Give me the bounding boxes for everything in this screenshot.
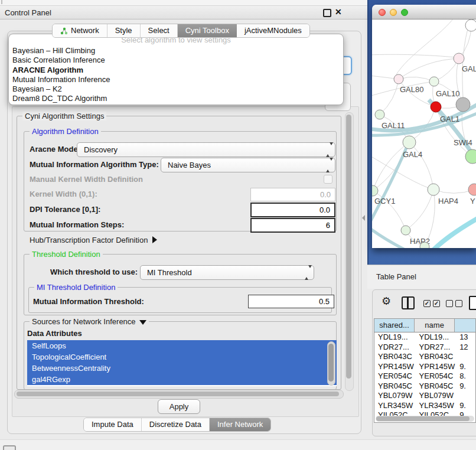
attribute-item[interactable]: BetweennessCentrality <box>27 363 337 374</box>
table-cell[interactable]: 9. <box>457 381 475 392</box>
settings-horizontal-scrollbar-thumb[interactable] <box>17 392 339 396</box>
table-cell[interactable]: YLR345W <box>374 401 416 411</box>
minimize-window-icon[interactable] <box>390 9 397 16</box>
table-column-header[interactable]: name <box>415 319 455 332</box>
network-node[interactable] <box>465 19 476 31</box>
table-cell[interactable]: YBL079W <box>416 391 457 401</box>
table-cell[interactable]: YDR27... <box>374 343 416 353</box>
network-node[interactable] <box>401 226 410 235</box>
table-cell[interactable] <box>457 391 475 401</box>
table-row[interactable]: YDR27...YDR27...12 <box>374 343 475 353</box>
network-canvas[interactable]: GALGAL80GAL10GAL1GAL11SWI4GAL4GCY1HAP4YH… <box>372 19 476 248</box>
table-cell[interactable]: 13 <box>457 332 475 343</box>
dpi-tolerance-field[interactable]: 0.0 <box>250 203 335 217</box>
data-attributes-list[interactable]: SelfLoopsTopologicalCoefficientBetweenne… <box>27 340 337 386</box>
algorithm-option[interactable]: Bayesian – K2 <box>9 84 343 94</box>
sources-title-row[interactable]: Sources for Network Inference <box>30 317 149 326</box>
tab-style[interactable]: Style <box>107 24 141 37</box>
table-cell[interactable]: YBL079W <box>374 391 416 401</box>
table-horizontal-scrollbar[interactable] <box>376 416 474 422</box>
node-table[interactable]: shared...name YDL19...YDL19...13YDR27...… <box>374 318 476 423</box>
tab-select[interactable]: Select <box>141 24 178 37</box>
manual-kernel-width-checkbox[interactable] <box>324 175 332 184</box>
collapse-right-icon[interactable] <box>152 236 157 243</box>
table-cell[interactable]: YPR145W <box>416 362 457 372</box>
network-node[interactable] <box>375 110 384 119</box>
checked-checkbox-icon[interactable]: ✓ <box>423 300 431 307</box>
table-row[interactable]: YBR043CYBR043C <box>374 352 475 362</box>
attribute-item[interactable]: SelfLoops <box>27 340 337 351</box>
network-view-window[interactable]: GALGAL80GAL10GAL1GAL11SWI4GAL4GCY1HAP4YH… <box>372 5 476 248</box>
table-column-header[interactable]: shared... <box>374 319 415 332</box>
tab-impute-data[interactable]: Impute Data <box>84 418 142 431</box>
table-cell[interactable]: YDL19... <box>374 332 416 343</box>
tab-network[interactable]: Network <box>53 24 107 37</box>
table-cell[interactable] <box>457 352 475 362</box>
table-cell[interactable]: 12 <box>457 343 475 353</box>
checked-checkbox-icon[interactable]: ✓ <box>433 300 440 307</box>
gear-icon[interactable]: ⚙ <box>382 295 391 307</box>
collapsed-panel-icon[interactable] <box>3 445 16 450</box>
kernel-width-field[interactable]: 0.0 <box>250 188 335 201</box>
tab-infer-network[interactable]: Infer Network <box>210 418 270 431</box>
algorithm-option[interactable]: Dream8 DC_TDC Algorithm <box>9 94 343 103</box>
network-edge[interactable] <box>380 79 399 115</box>
settings-vertical-scrollbar[interactable] <box>345 112 354 391</box>
table-row[interactable]: YER054CYER054C8. <box>374 371 475 381</box>
mi-algorithm-type-select[interactable]: Naive Bayes <box>161 158 335 172</box>
table-cell[interactable]: 8. <box>457 371 475 381</box>
network-node[interactable] <box>429 77 439 86</box>
network-node[interactable] <box>428 184 439 195</box>
network-node[interactable] <box>465 149 476 164</box>
algorithm-option[interactable]: Bayesian – Hill Climbing <box>9 46 343 56</box>
table-cell[interactable]: 9. <box>457 362 475 372</box>
network-node[interactable] <box>403 136 416 149</box>
network-node[interactable] <box>456 97 470 112</box>
settings-vertical-scrollbar-thumb[interactable] <box>346 115 351 379</box>
table-cell[interactable]: YPR145W <box>374 362 416 372</box>
mi-steps-field[interactable]: 6 <box>250 218 335 233</box>
float-panel-icon[interactable] <box>323 9 331 17</box>
split-pane-divider-handle[interactable] <box>362 215 365 221</box>
tab-cyni-toolbox[interactable]: Cyni Toolbox <box>178 24 237 37</box>
attribute-item[interactable]: gal4RGexp <box>27 374 337 385</box>
settings-horizontal-scrollbar[interactable] <box>14 390 344 399</box>
table-cell[interactable]: YBR043C <box>416 352 457 362</box>
attribute-item[interactable]: TopologicalCoefficient <box>27 351 337 363</box>
attributes-scrollbar-thumb[interactable] <box>328 344 334 381</box>
attributes-scrollbar[interactable] <box>327 341 335 386</box>
table-row[interactable]: YPR145WYPR145W9. <box>374 362 475 372</box>
table-cell[interactable]: YER054C <box>416 371 457 381</box>
network-stream-edge[interactable] <box>432 218 476 248</box>
network-edge[interactable] <box>406 190 433 230</box>
table-horizontal-scrollbar-thumb[interactable] <box>376 416 470 421</box>
columns-icon[interactable] <box>402 296 415 309</box>
table-row[interactable]: YBL079WYBL079W <box>374 391 475 401</box>
which-threshold-select[interactable]: MI Threshold <box>140 265 314 280</box>
table-cell[interactable]: YBR045C <box>416 381 457 392</box>
table-cell[interactable]: 9. <box>457 401 475 411</box>
table-row[interactable]: YBR045CYBR045C9. <box>374 381 475 392</box>
network-window-titlebar[interactable] <box>372 5 476 19</box>
network-node[interactable] <box>454 53 464 64</box>
maximize-window-icon[interactable] <box>401 9 408 16</box>
network-node[interactable] <box>394 74 403 84</box>
table-cell[interactable]: YDL19... <box>416 332 457 343</box>
file-icon[interactable] <box>469 296 476 310</box>
table-row[interactable]: YLR345WYLR345W9. <box>374 401 475 411</box>
table-column-header[interactable] <box>455 319 475 332</box>
hub-definition-row[interactable]: Hub/Transcription Factor Definition <box>30 236 157 244</box>
network-edge[interactable] <box>399 58 459 79</box>
table-cell[interactable]: YDR27... <box>416 343 457 353</box>
close-window-icon[interactable] <box>379 9 386 16</box>
tab-discretize-data[interactable]: Discretize Data <box>142 418 210 431</box>
aracne-mode-select[interactable]: Discovery <box>77 142 335 157</box>
collapse-down-icon[interactable] <box>139 320 146 325</box>
network-node[interactable] <box>468 184 476 195</box>
network-node[interactable] <box>431 102 441 112</box>
algorithm-option[interactable]: Basic Correlation Inference <box>9 56 343 65</box>
table-row[interactable]: YDL19...YDL19...13 <box>374 332 475 343</box>
table-cell[interactable]: YBR045C <box>374 381 416 392</box>
network-edge[interactable] <box>399 77 434 81</box>
apply-button[interactable]: Apply <box>158 399 200 414</box>
